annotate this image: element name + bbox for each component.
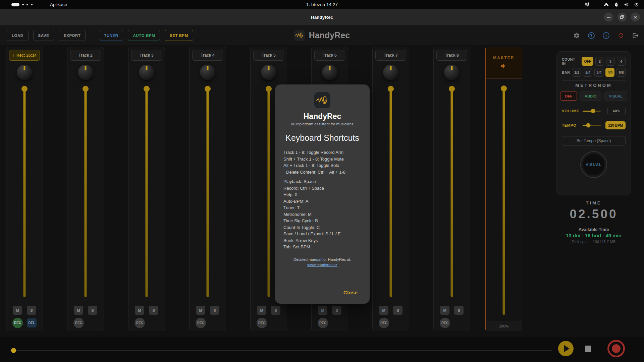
solo-button[interactable]: S [393, 306, 402, 315]
save-button[interactable]: SAVE [33, 30, 54, 41]
volume-icon[interactable] [624, 2, 629, 7]
fader-handle[interactable] [501, 85, 507, 92]
seek-handle[interactable] [11, 348, 16, 353]
export-button[interactable]: EXPORT [59, 30, 86, 41]
fader-handle[interactable] [21, 86, 28, 92]
fader-handle[interactable] [83, 86, 89, 92]
mute-button[interactable]: M [135, 306, 144, 315]
count-in-4-button[interactable]: 4 [617, 57, 626, 66]
mute-button[interactable]: M [13, 306, 22, 315]
bar-6-8-button[interactable]: 6/8 [616, 68, 626, 77]
set-tempo-button[interactable]: Set Tempo (Space) [562, 136, 626, 145]
volume-slider[interactable] [583, 111, 601, 112]
track-3-header[interactable]: Track 3 [131, 50, 162, 61]
gain-knob[interactable] [383, 65, 398, 80]
metronome-off-button[interactable]: OFF [560, 92, 577, 101]
fader-handle[interactable] [144, 86, 150, 92]
power-icon[interactable] [634, 2, 639, 7]
volume-fader[interactable] [128, 81, 165, 304]
volume-fader[interactable] [67, 81, 104, 304]
help-icon[interactable]: ? [588, 32, 595, 39]
metronome-visual-button[interactable]: VISUAL [604, 92, 627, 101]
gain-knob[interactable] [139, 65, 154, 80]
bar-2-4-button[interactable]: 2/4 [583, 68, 592, 77]
dropbox-icon[interactable] [584, 2, 590, 7]
record-button[interactable] [607, 340, 625, 357]
slider-handle[interactable] [586, 123, 591, 128]
tempo-slider[interactable] [583, 125, 601, 126]
reset-icon[interactable] [617, 32, 625, 39]
rec-arm-button[interactable]: REC [318, 318, 328, 328]
fader-handle[interactable] [388, 86, 394, 92]
fader-handle[interactable] [266, 86, 272, 92]
fader-handle[interactable] [205, 86, 211, 92]
mute-button[interactable]: M [318, 306, 327, 315]
gain-knob[interactable] [322, 65, 337, 80]
solo-button[interactable]: S [88, 306, 97, 315]
notifications-off-icon[interactable] [613, 2, 619, 7]
fader-handle[interactable] [449, 86, 455, 92]
dialog-close-button[interactable]: Close [343, 290, 358, 296]
bar-1-1-button[interactable]: 1/1 [572, 68, 581, 77]
solo-button[interactable]: S [27, 306, 36, 315]
gain-knob[interactable] [78, 65, 93, 80]
delete-button[interactable]: DEL [27, 318, 37, 327]
track-4-header[interactable]: Track 4 [192, 50, 223, 61]
activities-indicator[interactable] [11, 3, 33, 6]
settings-gear-icon[interactable] [573, 32, 580, 39]
master-speaker-icon[interactable] [500, 62, 507, 70]
slider-handle[interactable] [591, 109, 595, 113]
solo-button[interactable]: S [149, 306, 158, 315]
track-7-header[interactable]: Track 7 [375, 50, 406, 61]
mute-button[interactable]: M [196, 306, 205, 315]
volume-fader[interactable] [434, 81, 470, 304]
track-1-header[interactable]: ♪ Rec: 26:14 [9, 50, 40, 61]
volume-fader[interactable] [190, 81, 226, 304]
master-fader[interactable] [486, 78, 522, 321]
play-button[interactable] [558, 341, 574, 356]
mute-button[interactable]: M [257, 306, 266, 315]
visual-metronome-indicator[interactable]: VISUAL [580, 151, 607, 178]
load-button[interactable]: LOAD [7, 30, 29, 41]
rec-arm-button[interactable]: REC [135, 318, 145, 328]
mute-button[interactable]: M [74, 306, 83, 315]
set-bpm-button[interactable]: SET BPM [165, 30, 193, 41]
manual-link[interactable]: www.handyrec.cz [307, 263, 337, 267]
solo-button[interactable]: S [210, 306, 219, 315]
volume-fader[interactable] [373, 81, 409, 304]
exit-icon[interactable] [632, 32, 639, 39]
bar-4-4-button[interactable]: 4/4 [605, 68, 614, 77]
stop-button[interactable] [585, 346, 591, 352]
track-6-header[interactable]: Track 6 [314, 50, 345, 61]
rec-arm-button[interactable]: REC [257, 318, 267, 328]
solo-button[interactable]: S [332, 306, 341, 315]
rec-arm-button[interactable]: REC [379, 318, 389, 328]
minimize-button[interactable] [604, 13, 613, 22]
volume-fader[interactable] [6, 81, 43, 304]
count-in-3-button[interactable]: 3 [606, 57, 615, 66]
seek-bar[interactable] [10, 350, 552, 351]
close-button[interactable]: × [631, 13, 640, 22]
metronome-audio-button[interactable]: AUDIO [580, 92, 601, 101]
count-in-2-button[interactable]: 2 [595, 57, 604, 66]
auto-bpm-button[interactable]: AUTO-BPM [128, 30, 160, 41]
gain-knob[interactable] [200, 65, 215, 80]
bar-3-4-button[interactable]: 3/4 [594, 68, 603, 77]
rec-arm-button[interactable]: REC [12, 318, 23, 328]
gain-knob[interactable] [444, 65, 460, 80]
solo-button[interactable]: S [271, 306, 280, 315]
track-5-header[interactable]: Track 5 [253, 50, 284, 61]
clock[interactable]: 1. března 14:27 [306, 2, 338, 7]
gain-knob[interactable] [261, 65, 276, 80]
count-in-off-button[interactable]: OFF [582, 57, 593, 66]
rec-arm-button[interactable]: REC [73, 318, 84, 328]
applications-menu[interactable]: Aplikace [50, 2, 67, 7]
gain-knob[interactable] [17, 65, 32, 80]
mute-button[interactable]: M [440, 306, 449, 315]
solo-button[interactable]: S [454, 306, 464, 315]
track-2-header[interactable]: Track 2 [70, 50, 101, 61]
info-icon[interactable]: i [602, 32, 610, 39]
mute-button[interactable]: M [379, 306, 388, 315]
track-8-header[interactable]: Track 8 [436, 50, 467, 61]
maximize-button[interactable] [618, 13, 627, 22]
